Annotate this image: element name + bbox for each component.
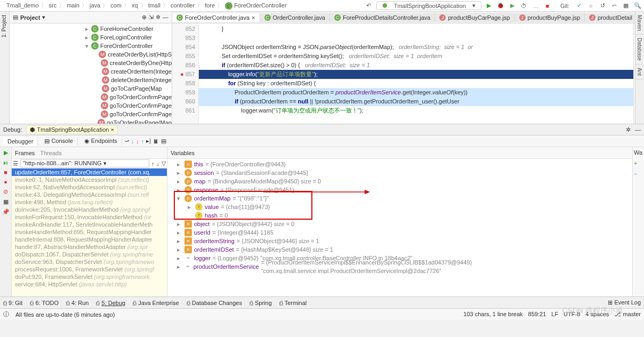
step-into-icon[interactable]: ↓ <box>131 138 134 145</box>
run-config-selector[interactable]: ⬢ TmallSpringBootApplication ▾ <box>376 1 481 10</box>
status-item[interactable]: LF <box>551 311 558 318</box>
stack-frame[interactable]: invoke:43, DelegatingMethodAccessorImpl … <box>12 191 167 198</box>
code-editor[interactable]: } JSONObject orderItemString = JSON.pars… <box>199 23 633 124</box>
stack-frame[interactable]: doDispatch:1067, DispatcherServlet (org.… <box>12 251 167 258</box>
force-step-into-icon[interactable]: ↓ <box>136 138 139 145</box>
git-commit-icon[interactable]: ○ <box>586 2 595 10</box>
watches-collapsed[interactable]: Wa + − <box>632 147 644 296</box>
tree-item[interactable]: MgoToCartPage(Map <box>10 84 172 93</box>
stop-icon[interactable]: ■ <box>543 2 552 10</box>
project-tree[interactable]: ▸CForeHomeController▸CForeLoginControlle… <box>10 23 172 124</box>
profile-icon[interactable]: ⏱ <box>520 2 528 10</box>
editor-tab[interactable]: JproductBuyPage.jsp <box>515 13 585 22</box>
stack-frame[interactable]: invoke:62, NativeMethodAccessorImpl (sun… <box>12 183 167 191</box>
thread-selector[interactable]: "http-nio-808...ain": RUNNING ▾ <box>20 159 149 167</box>
stack-frame[interactable]: doPut:920, FrameworkServlet (org.springf… <box>12 273 167 280</box>
evaluate-icon[interactable]: 🖩 <box>153 138 159 145</box>
git-update-icon[interactable]: ✓ <box>575 2 583 10</box>
breadcrumb-item[interactable]: tmall <box>146 2 163 9</box>
tool-window-tab[interactable]: ⎙ Terminal <box>279 300 307 306</box>
debug-icon[interactable]: 🐞 <box>496 2 505 10</box>
prev-frame-icon[interactable]: ↑ <box>151 161 155 167</box>
editor-tab[interactable]: JproductBuyCarPage.jsp <box>435 13 514 22</box>
console-tab[interactable]: ▤ Console <box>40 137 77 146</box>
stack-frame[interactable]: invokeAndHandle:117, ServletInvocableHan… <box>12 221 167 228</box>
stack-frame[interactable]: processRequest:1006, FrameworkServlet (o… <box>12 266 167 273</box>
event-log-tab[interactable]: ⊞ Event Log <box>608 299 641 306</box>
tool-window-tab[interactable]: ⎙ Database Changes <box>187 300 242 306</box>
editor-tab[interactable]: CForeProductDetailsController.java <box>330 13 435 22</box>
editor-tab[interactable]: CForeOrderController.java × <box>172 13 260 22</box>
breadcrumb-item[interactable]: com <box>108 2 124 9</box>
stack-frame[interactable]: invoke0:-1, NativeMethodAccessorImpl (su… <box>12 176 167 183</box>
tree-item[interactable]: ▾CForeOrderController <box>10 42 172 50</box>
tree-item[interactable]: MgoToOrderConfirmPage <box>10 110 172 118</box>
debug-config-tab[interactable]: ⬢ TmallSpringBootApplication × <box>26 125 117 134</box>
attach-icon[interactable]: … <box>532 2 540 10</box>
project-tool-tab[interactable]: 1: Project <box>0 12 8 41</box>
breadcrumb-item[interactable]: java <box>87 2 102 9</box>
stack-frame[interactable]: service:684, HttpServlet (javax.servlet.… <box>12 280 167 288</box>
hide-icon[interactable]: — <box>163 14 168 21</box>
debugger-tab[interactable]: Debugger <box>3 137 38 146</box>
variable-row[interactable]: ▸∞productOrderItemService = {ProductOrde… <box>167 262 632 271</box>
editor-tabs[interactable]: CForeOrderController.java ×COrderControl… <box>172 12 644 23</box>
tool-window-tab[interactable]: ⎙ 4: Run <box>66 300 88 306</box>
status-item[interactable]: 859:21 <box>528 311 546 318</box>
tool-window-tab[interactable]: ⎙ Java Enterprise <box>133 300 179 306</box>
tree-item[interactable]: McreateOrderByOne(Http <box>10 59 172 67</box>
tool-window-tab[interactable]: ⎙ 6: TODO <box>30 300 59 306</box>
tree-item[interactable]: ▸CForeHomeController <box>10 25 172 33</box>
breakpoints-icon[interactable]: ● <box>4 179 7 185</box>
breadcrumb-item[interactable]: main <box>65 2 82 9</box>
stack-frame[interactable]: handleInternal:808, RequestMappingHandle… <box>12 236 167 243</box>
breadcrumb-item[interactable]: controller <box>168 2 197 9</box>
tree-item[interactable]: ▸CForeLoginController <box>10 33 172 42</box>
breadcrumb-item[interactable]: Tmall_demo <box>4 2 41 9</box>
endpoints-tab[interactable]: ◉ Endpoints <box>80 137 122 146</box>
filter-icon[interactable]: ▽ <box>162 160 166 167</box>
variables-list[interactable]: ▸ethis = {ForeOrderController@9443}▸pses… <box>167 159 632 296</box>
maven-tab[interactable]: Maven <box>635 12 643 35</box>
layout-icon[interactable]: ▦ <box>3 198 9 205</box>
variable-row[interactable]: ▸fvalue = {char[11]@9473} <box>167 203 632 211</box>
stack-frame[interactable]: doService:963, DispatcherServlet (org.sp… <box>12 258 167 266</box>
variable-row[interactable]: ▸presponse = {ResponseFacade@9451} <box>167 186 632 194</box>
structure-icon[interactable]: ▦ <box>622 2 630 10</box>
ant-tab[interactable]: Ant <box>635 65 643 79</box>
mute-icon[interactable]: ⊘ <box>3 188 8 195</box>
stack-frame[interactable]: invokeHandlerMethod:895, RequestMappingH… <box>12 228 167 236</box>
tool-window-tab[interactable]: ⎙ 9: Git <box>3 300 22 306</box>
bottom-tool-tabs[interactable]: ⎙ 9: Git⎙ 6: TODO⎙ 4: Run⎙ 5: Debug⎙ Jav… <box>0 296 644 308</box>
tree-item[interactable]: McreateOrderItem(Intege <box>10 67 172 76</box>
breadcrumb-item[interactable]: fore <box>203 2 217 9</box>
coverage-icon[interactable]: ▶ <box>508 2 517 10</box>
breadcrumb-item[interactable]: xq <box>130 2 140 9</box>
variable-row[interactable]: ▸psession = {StandardSessionFacade@9445} <box>167 168 632 177</box>
git-revert-icon[interactable]: ⤺ <box>610 2 618 10</box>
pin-icon[interactable]: 📌 <box>2 208 10 215</box>
status-item[interactable]: 103 chars, 1 line break <box>463 311 522 318</box>
variable-row[interactable]: ▸eobject = {JSONObject@9442} size = 0 <box>167 220 632 228</box>
frames-tab[interactable]: Frames <box>15 150 35 156</box>
select-opened-icon[interactable]: ⇲ <box>149 14 154 21</box>
frames-list[interactable]: updateOrderItem:857, ForeOrderController… <box>12 168 167 296</box>
thread-dropdown-icon[interactable]: ☰ <box>13 160 18 167</box>
variable-row[interactable]: ▾porderItemMap = "{"898":"1"}" <box>167 194 632 203</box>
stack-frame[interactable]: doInvoke:205, InvocableHandlerMethod (or… <box>12 206 167 213</box>
run-to-cursor-icon[interactable]: ▸| <box>146 138 151 145</box>
stack-frame[interactable]: invoke:498, Method (java.lang.reflect) <box>12 198 167 206</box>
tool-window-tab[interactable]: ⎙ Spring <box>249 300 272 306</box>
gear-icon[interactable]: ✲ <box>156 14 160 21</box>
search-icon[interactable]: 🔍 <box>633 2 642 10</box>
hide-icon[interactable]: — <box>635 126 641 133</box>
rerun-icon[interactable]: ▶ <box>4 149 8 156</box>
gear-icon[interactable]: ✲ <box>626 126 631 133</box>
breadcrumb-item[interactable]: src <box>47 2 59 9</box>
tree-item[interactable]: MgoToOrderConfirmPage <box>10 101 172 110</box>
tree-item[interactable]: MgoToOrderConfirmPage <box>10 93 172 101</box>
stack-frame[interactable]: invokeForRequest:150, InvocableHandlerMe… <box>12 213 167 221</box>
resume-icon[interactable]: ⏯ <box>3 159 9 166</box>
variable-row[interactable]: ▸ethis = {ForeOrderController@9443} <box>167 160 632 168</box>
editor-tab[interactable]: JproductDetail <box>585 13 637 22</box>
